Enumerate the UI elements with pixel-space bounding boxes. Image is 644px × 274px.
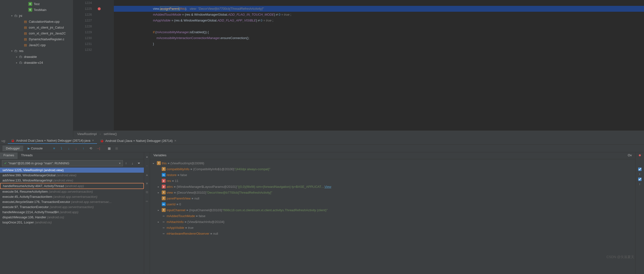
view-link[interactable]: View bbox=[324, 185, 331, 188]
stack-frame[interactable]: loopOnce:201, Looper (android.os) bbox=[0, 220, 144, 225]
filter-icon[interactable]: ⏷ bbox=[136, 160, 142, 166]
breadcrumb-class[interactable]: ViewRootImpl bbox=[77, 132, 97, 136]
field-icon: f bbox=[157, 161, 161, 165]
folder-icon: 🗀 bbox=[14, 49, 18, 53]
prim-icon: 01 bbox=[162, 202, 166, 206]
down-icon[interactable]: ▼ bbox=[144, 180, 150, 186]
variable-row[interactable]: ▸finputChannel = {InputChannel@20103} "f… bbox=[150, 207, 635, 213]
debugger-tab[interactable]: Debugger bbox=[2, 146, 23, 151]
tree-item[interactable]: ▸🗀drawable bbox=[0, 54, 73, 60]
thread-selector[interactable]: ✔ "main"@20,096 in group "main": RUNNING… bbox=[2, 160, 123, 166]
remove-icon[interactable]: － bbox=[144, 163, 150, 169]
tree-item[interactable]: ▤DynamicNaitveRegister.c bbox=[0, 36, 73, 42]
link-icon: ∞ bbox=[162, 214, 166, 218]
drop-frame-icon[interactable]: ⟲ bbox=[88, 145, 94, 152]
link-icon: ∞ bbox=[162, 226, 166, 230]
class-icon: C bbox=[28, 2, 32, 6]
tree-item[interactable]: CTest bbox=[0, 1, 73, 7]
breadcrumb[interactable]: ViewRootImpl › setView() bbox=[73, 130, 644, 137]
force-step-icon[interactable]: ↓ bbox=[73, 145, 79, 152]
tree-item[interactable]: ▸🗀drawable-v24 bbox=[0, 60, 73, 66]
threads-subtab[interactable]: Threads bbox=[18, 152, 36, 159]
debug-tool-window: ug: 🐞 Android Dual (Java + Native) Debug… bbox=[0, 137, 644, 274]
tree-item[interactable]: ▤CalculationNaitve.cpp bbox=[0, 18, 73, 24]
variable-row[interactable]: 01restore = false bbox=[150, 172, 635, 178]
tree-item[interactable]: ▤com_xt_client_jni_Calcul bbox=[0, 24, 73, 30]
frames-panel: Frames Threads ✔ "main"@20,096 in group … bbox=[0, 152, 144, 274]
tree-item[interactable]: ▾🗀res bbox=[0, 48, 73, 54]
stack-frame[interactable]: handleMessage:2214, ActivityThread$H (an… bbox=[0, 210, 144, 215]
variable-row[interactable]: ∞mAppVisible = true bbox=[150, 225, 635, 230]
project-tree[interactable]: CTestCTestMain▾🗀jni▤CalculationNaitve.cp… bbox=[0, 0, 73, 137]
next-frame-icon[interactable]: ↓ bbox=[129, 160, 136, 166]
debug-tab-java[interactable]: 🐞 Android Dual (Java + Native) Debugger … bbox=[8, 138, 97, 144]
close-icon[interactable]: ✕ bbox=[174, 139, 176, 142]
frames-list[interactable]: setView:1225, ViewRootImpl (android.view… bbox=[0, 168, 144, 274]
stack-frame[interactable]: executeLifecycleState:176, TransactionEx… bbox=[0, 199, 144, 204]
debug-tab-native[interactable]: 🐞 Android Dual (Java + Native) Debugger … bbox=[97, 138, 179, 144]
tree-label: TestMain bbox=[34, 8, 46, 12]
variable-row[interactable]: ▸fthis = {ViewRootImpl@20099} bbox=[150, 160, 635, 166]
variable-row[interactable]: ▸pattrs = {WindowManager$LayoutParams@20… bbox=[150, 184, 635, 190]
folder-icon: 🗀 bbox=[18, 55, 22, 58]
bug-icon: 🐞 bbox=[11, 139, 15, 142]
run-cursor-icon[interactable]: →| bbox=[95, 145, 101, 152]
breadcrumb-method[interactable]: setView() bbox=[104, 132, 117, 136]
tree-item[interactable]: ▾🗀jni bbox=[0, 13, 73, 18]
debug-toolbar[interactable]: Debugger ▶ Console ≡ ⤵ ↓ ↓ ↑ ⟲ →| ▦ ⊞ bbox=[0, 144, 644, 152]
stack-frame[interactable]: execute:45, ActivityTransactionItem (and… bbox=[0, 194, 144, 199]
stack-frame[interactable]: handleResumeActivity:4847, ActivityThrea… bbox=[0, 183, 144, 189]
variable-row[interactable]: ∞mHardwareRendererObserver = null bbox=[150, 230, 635, 236]
add-watch-icon[interactable]: ＋ bbox=[144, 154, 150, 160]
stack-frame[interactable]: addView:133, WindowManagerImpl (android.… bbox=[0, 178, 144, 183]
tree-label: Java2C.cpp bbox=[29, 43, 46, 47]
console-tab[interactable]: ▶ Console bbox=[24, 146, 46, 151]
record-icon[interactable] bbox=[639, 154, 641, 156]
tree-label: Test bbox=[34, 2, 40, 6]
tree-label: drawable-v24 bbox=[24, 61, 43, 64]
variable-row[interactable]: ▸fview = {DecorView@20102} "DecorView@b7… bbox=[150, 190, 635, 195]
show-exec-icon[interactable]: ≡ bbox=[51, 145, 57, 152]
right-gutter[interactable]: t t bbox=[635, 152, 644, 274]
up-icon[interactable]: ▲ bbox=[144, 172, 150, 178]
evaluate-icon[interactable]: ▦ bbox=[106, 145, 112, 152]
variables-title: Variables bbox=[154, 153, 166, 158]
variable-row[interactable]: ∞mAddedTouchMode = false bbox=[150, 213, 635, 219]
prev-frame-icon[interactable]: ↑ bbox=[123, 160, 129, 166]
check-icon: ✔ bbox=[4, 162, 7, 165]
vars-side-toolbar[interactable]: ＋ － ▲ ▼ ⧉ ∞ bbox=[144, 152, 150, 274]
variable-row[interactable]: pres = 11 bbox=[150, 178, 635, 184]
tree-item[interactable]: ▤Java2C.cpp bbox=[0, 42, 73, 48]
stack-frame[interactable]: addView:399, WindowManagerGlobal (androi… bbox=[0, 173, 144, 178]
variables-tree[interactable]: ▸fthis = {ViewRootImpl@20099}fcompatibil… bbox=[150, 159, 635, 274]
copy-icon[interactable]: ⧉ bbox=[144, 189, 150, 195]
close-icon[interactable]: ✕ bbox=[92, 139, 94, 142]
variable-row[interactable]: 01userId = 0 bbox=[150, 201, 635, 207]
link-icon: ∞ bbox=[162, 232, 166, 236]
tree-item[interactable]: CTestMain bbox=[0, 7, 73, 13]
stack-frame[interactable]: dispatchMessage:106, Handler (android.os… bbox=[0, 215, 144, 220]
tree-label: drawable bbox=[24, 55, 37, 58]
tree-item[interactable]: ▤com_xt_client_jni_Java2C bbox=[0, 30, 73, 36]
code-body[interactable]: view.assignParent(this); view: "DecorVie… bbox=[114, 0, 644, 130]
step-over-icon[interactable]: ⤵ bbox=[58, 145, 64, 152]
variable-row[interactable]: fpanelParentView = null bbox=[150, 195, 635, 201]
stack-frame[interactable]: setView:1225, ViewRootImpl (android.view… bbox=[0, 168, 144, 173]
folder-icon: 🗀 bbox=[14, 14, 18, 18]
variable-row[interactable]: fcompatibilityInfo = {CompatibilityInfo$… bbox=[150, 166, 635, 172]
field-icon: f bbox=[162, 208, 166, 212]
step-into-icon[interactable]: ↓ bbox=[66, 145, 72, 152]
stack-frame[interactable]: execute:54, ResumeActivityItem (android.… bbox=[0, 189, 144, 194]
frames-subtab[interactable]: Frames bbox=[0, 152, 18, 159]
glasses-icon[interactable]: ∞ bbox=[144, 198, 150, 204]
stack-frame[interactable]: execute:97, TransactionExecutor (android… bbox=[0, 204, 144, 210]
debug-session-tabs[interactable]: ug: 🐞 Android Dual (Java + Native) Debug… bbox=[0, 137, 644, 144]
line-gutter: 122412251226122712281229123012311232 bbox=[73, 0, 95, 130]
step-out-icon[interactable]: ↑ bbox=[80, 145, 86, 152]
variable-row[interactable]: ▸∞mAttachInfo = {View$AttachInfo@20104} bbox=[150, 219, 635, 225]
watch-checkbox-1[interactable] bbox=[638, 168, 642, 171]
more-icon[interactable]: ⊞ bbox=[113, 145, 120, 152]
watch-checkbox-2[interactable] bbox=[638, 178, 642, 181]
chevron-down-icon: ▾ bbox=[119, 162, 121, 165]
file-icon: ▤ bbox=[24, 20, 27, 24]
